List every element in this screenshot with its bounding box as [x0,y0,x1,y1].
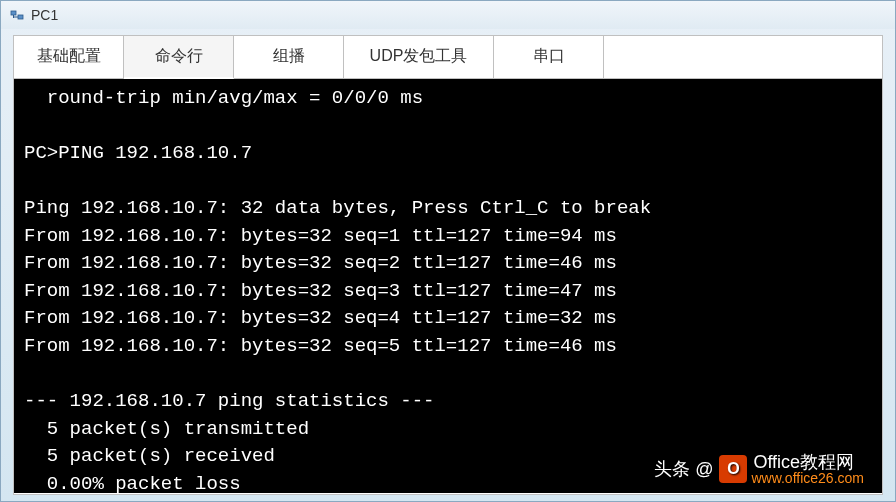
svg-rect-0 [11,11,16,15]
tab-udp-tool[interactable]: UDP发包工具 [344,36,494,78]
svg-rect-1 [18,15,23,19]
tab-bar: 基础配置 命令行 组播 UDP发包工具 串口 [14,36,882,79]
terminal-line: From 192.168.10.7: bytes=32 seq=2 ttl=12… [24,252,617,274]
terminal-line: --- 192.168.10.7 ping statistics --- [24,390,434,412]
terminal-line: round-trip min/avg/max = 0/0/0 ms [24,87,423,109]
terminal-line: From 192.168.10.7: bytes=32 seq=3 ttl=12… [24,280,617,302]
app-icon [9,7,25,23]
terminal-line: Ping 192.168.10.7: 32 data bytes, Press … [24,197,651,219]
terminal-line: From 192.168.10.7: bytes=32 seq=5 ttl=12… [24,335,617,357]
terminal-line: From 192.168.10.7: bytes=32 seq=4 ttl=12… [24,307,617,329]
terminal-line: 5 packet(s) received [24,445,275,467]
terminal-line: From 192.168.10.7: bytes=32 seq=1 ttl=12… [24,225,617,247]
terminal-line: PC>PING 192.168.10.7 [24,142,252,164]
watermark-brand: Office教程网 [753,453,864,471]
watermark-url: www.office26.com [751,471,864,485]
window-title: PC1 [31,7,58,23]
watermark-prefix: 头条 @ [654,456,713,482]
app-window: PC1 基础配置 命令行 组播 UDP发包工具 串口 round-trip mi… [0,0,896,502]
watermark: 头条 @ O Office教程网 www.office26.com [654,453,864,485]
office-logo-icon: O [719,455,747,483]
terminal-output[interactable]: round-trip min/avg/max = 0/0/0 ms PC>PIN… [14,79,882,493]
terminal-line: 5 packet(s) transmitted [24,418,309,440]
content-area: 基础配置 命令行 组播 UDP发包工具 串口 round-trip min/av… [13,35,883,495]
tab-command-line[interactable]: 命令行 [124,36,234,79]
terminal-line: 0.00% packet loss [24,473,241,493]
tab-basic-config[interactable]: 基础配置 [14,36,124,78]
tab-multicast[interactable]: 组播 [234,36,344,78]
tab-serial[interactable]: 串口 [494,36,604,78]
titlebar[interactable]: PC1 [1,1,895,29]
